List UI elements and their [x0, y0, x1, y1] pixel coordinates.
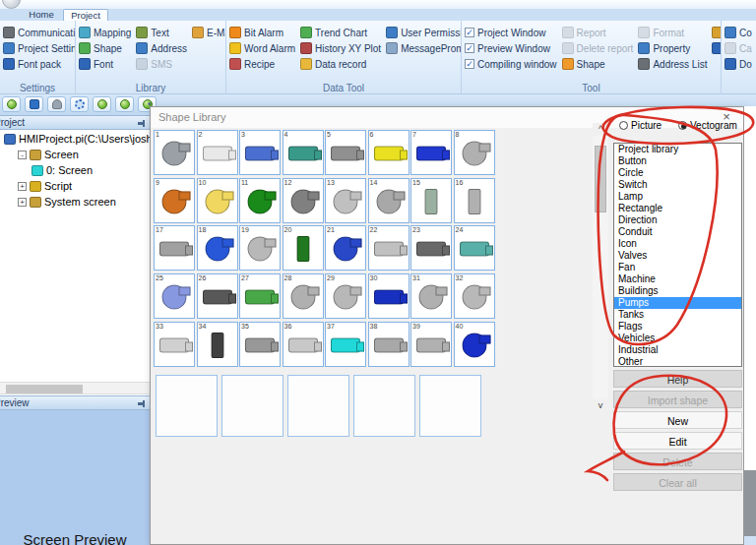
ribbon-item-user-permission[interactable]: User Permission [386, 25, 462, 40]
category-direction[interactable]: Direction [614, 214, 741, 226]
shape-cell[interactable]: 21 [325, 225, 366, 271]
quick-gear-button[interactable] [70, 96, 89, 112]
shape-cell[interactable]: 40 [454, 322, 495, 367]
category-vehicles[interactable]: Vehicles [614, 333, 741, 344]
shape-cell[interactable]: 34 [197, 322, 238, 367]
shape-cell[interactable]: 32 [454, 273, 495, 319]
shape-cell[interactable]: 18 [197, 225, 238, 271]
empty-shape-slot[interactable] [419, 375, 481, 437]
radio-picture[interactable]: Picture [619, 120, 662, 131]
new-button[interactable]: New [613, 411, 742, 429]
shape-cell[interactable]: 3 [239, 130, 281, 175]
shape-cell[interactable]: 4 [283, 130, 324, 175]
category-machine[interactable]: Machine [614, 273, 741, 285]
tab-project[interactable]: Project [63, 9, 108, 21]
tree-expand-icon[interactable]: + [18, 182, 27, 191]
shape-cell[interactable]: 6 [368, 130, 410, 175]
ribbon-item-font[interactable]: Font [79, 56, 131, 72]
ribbon-item-preview-window[interactable]: ✓Preview Window [465, 40, 557, 56]
quick-monitor-button[interactable] [25, 96, 43, 112]
shape-cell[interactable]: 8 [454, 130, 495, 175]
ribbon-item-address-list[interactable]: Address List [638, 56, 707, 72]
ribbon-item-do[interactable]: Do [724, 56, 752, 72]
tree-expand-icon[interactable]: + [18, 198, 27, 207]
shape-cell[interactable]: 27 [239, 273, 281, 319]
ribbon-item-text[interactable]: Text [136, 25, 187, 40]
shape-cell[interactable]: 28 [283, 273, 324, 319]
quick-status-orb-button[interactable] [93, 96, 111, 112]
ribbon-item-shape[interactable]: Shape [562, 56, 634, 72]
category-buildings[interactable]: Buildings [614, 285, 741, 297]
pin-icon[interactable] [138, 400, 145, 407]
ribbon-item-e-mail[interactable]: E-Mail [192, 25, 226, 40]
category-icon[interactable]: Icon [614, 238, 741, 250]
shape-cell[interactable]: 5 [325, 130, 366, 175]
vscroll-down-button[interactable]: v [593, 399, 608, 412]
category-button[interactable]: Button [614, 155, 741, 167]
shape-cell[interactable]: 16 [454, 178, 495, 223]
pin-icon[interactable] [138, 120, 145, 127]
vertical-scrollbar[interactable]: ^ v [593, 123, 608, 412]
shape-cell[interactable]: 36 [283, 322, 324, 367]
shape-cell[interactable]: 33 [154, 322, 195, 367]
help-button[interactable]: Help [613, 370, 742, 388]
ribbon-item-bit-alarm[interactable]: Bit Alarm [229, 25, 295, 40]
ribbon-item-recipe[interactable]: Recipe [229, 56, 295, 72]
tree-expand-icon[interactable]: - [18, 151, 27, 159]
ribbon-item-project-settings[interactable]: Project Settings [3, 40, 76, 56]
ribbon-item-shape[interactable]: Shape [79, 40, 131, 56]
ribbon-item-history-xy-plot[interactable]: History XY Plot [300, 40, 381, 56]
empty-shape-slot[interactable] [287, 375, 349, 437]
ribbon-item-sms[interactable]: SMS [136, 56, 187, 72]
ribbon-item-co[interactable]: Co [724, 25, 752, 40]
shape-cell[interactable]: 23 [410, 225, 452, 271]
shape-cell[interactable]: 38 [368, 322, 410, 367]
ribbon-item-property[interactable]: Property [638, 40, 707, 56]
ribbon-item-messageprompt[interactable]: MessagePrompt [386, 40, 462, 56]
category-flags[interactable]: Flags [614, 321, 741, 333]
ribbon-item-project-window[interactable]: ✓Project Window [465, 25, 557, 40]
shape-cell[interactable]: 11 [239, 178, 281, 223]
ribbon-item-trend-chart[interactable]: Trend Chart [300, 25, 381, 40]
shape-cell[interactable]: 9 [154, 178, 195, 223]
tree-item-0-screen[interactable]: 0: Screen [0, 162, 150, 178]
ribbon-item-ca[interactable]: Ca [724, 40, 752, 56]
empty-shape-slot[interactable] [156, 375, 218, 437]
shape-cell[interactable]: 12 [283, 178, 324, 223]
category-rectangle[interactable]: Rectangle [614, 203, 741, 214]
shape-cell[interactable]: 26 [197, 273, 238, 319]
ribbon-item-delete-report[interactable]: Delete report [562, 40, 634, 56]
shape-cell[interactable]: 24 [454, 225, 495, 271]
shape-cell[interactable]: 15 [410, 178, 452, 223]
shape-cell[interactable]: 13 [325, 178, 366, 223]
shape-cell[interactable]: 35 [239, 322, 281, 367]
shape-cell[interactable]: 20 [283, 225, 324, 271]
tree-item-hmiproject-pi-c-users-joshuafan-d[interactable]: HMIProject.pi(C:\Users\joshuafan\D [0, 131, 150, 147]
ribbon-item-data-record[interactable]: Data record [300, 56, 381, 72]
shape-cell[interactable]: 22 [368, 225, 410, 271]
category-tanks[interactable]: Tanks [614, 309, 741, 321]
horizontal-scrollbar[interactable] [0, 382, 150, 394]
ribbon-item-compiling-window[interactable]: ✓Compiling window [465, 56, 557, 72]
category-other[interactable]: Other [614, 356, 741, 367]
shape-cell[interactable]: 1 [154, 130, 195, 175]
tree-item-script[interactable]: +Script [0, 178, 150, 194]
ribbon-item-address[interactable]: Address [136, 40, 187, 56]
vscroll-thumb[interactable] [595, 146, 606, 212]
category-switch[interactable]: Switch [614, 179, 741, 191]
empty-shape-slot[interactable] [221, 375, 284, 437]
category-pumps[interactable]: Pumps [614, 297, 741, 309]
shape-cell[interactable]: 29 [325, 273, 366, 319]
category-conduit[interactable]: Conduit [614, 226, 741, 238]
shape-cell[interactable]: 31 [410, 273, 452, 319]
tree-item-system-screen[interactable]: +System screen [0, 194, 150, 210]
ribbon-item-password-tool[interactable]: Password Tool [712, 40, 722, 56]
category-industrial[interactable]: Industrial [614, 344, 741, 356]
ribbon-item-word-alarm[interactable]: Word Alarm [229, 40, 295, 56]
shape-cell[interactable]: 19 [239, 225, 281, 271]
quick-user-button[interactable] [47, 96, 66, 112]
quick-status-orb-button[interactable] [2, 96, 21, 112]
ribbon-item-report[interactable]: Report [562, 25, 634, 40]
shape-cell[interactable]: 17 [154, 225, 195, 271]
shape-cell[interactable]: 30 [368, 273, 410, 319]
